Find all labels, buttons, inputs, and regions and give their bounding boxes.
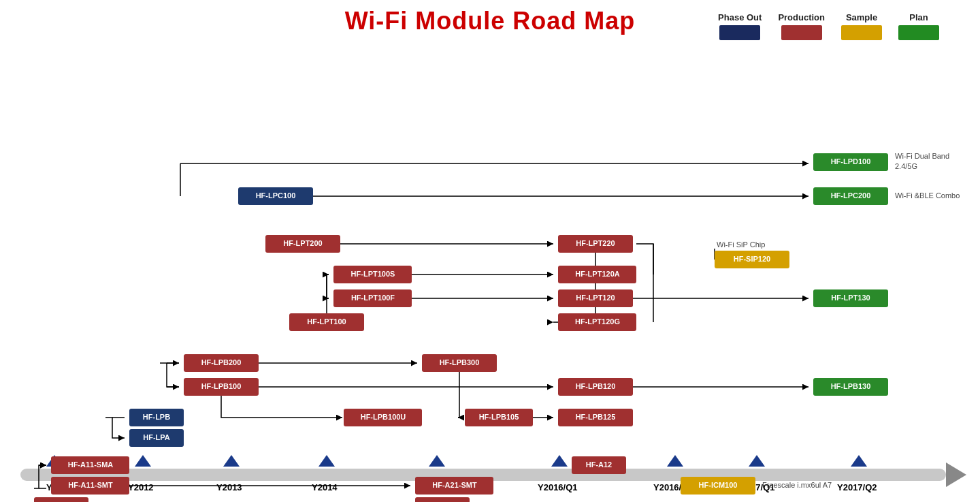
svg-text:HF-LPT220: HF-LPT220 xyxy=(576,239,615,247)
svg-text:HF-LPT100S: HF-LPT100S xyxy=(351,270,395,278)
svg-marker-1 xyxy=(946,462,966,487)
svg-text:HF-LPB: HF-LPB xyxy=(143,413,170,421)
legend: Phase Out Production Sample Plan xyxy=(718,12,939,40)
svg-text:HF-A12: HF-A12 xyxy=(586,460,612,469)
svg-text:HF-LPT120: HF-LPT120 xyxy=(576,294,615,302)
svg-text:HF-A11-SMT: HF-A11-SMT xyxy=(68,481,113,489)
anno-wifi-dual-band: Wi-Fi Dual Band xyxy=(895,152,949,160)
svg-marker-15 xyxy=(749,455,765,467)
legend-production: Production xyxy=(778,12,825,40)
svg-text:Y2012: Y2012 xyxy=(128,482,154,492)
legend-plan: Plan xyxy=(898,12,939,40)
svg-marker-11 xyxy=(551,455,568,467)
svg-marker-7 xyxy=(318,455,335,467)
svg-text:HF-LPB100: HF-LPB100 xyxy=(201,382,242,390)
svg-marker-5 xyxy=(223,455,240,467)
svg-text:Y2013: Y2013 xyxy=(216,482,242,492)
anno-wifi-25g: 2.4/5G xyxy=(895,162,917,170)
page-container: Wi-Fi Module Road Map Phase Out Producti… xyxy=(0,0,980,502)
svg-text:HF-LPA: HF-LPA xyxy=(143,433,170,441)
svg-marker-9 xyxy=(429,455,445,467)
svg-text:Y2014: Y2014 xyxy=(312,482,338,492)
svg-text:HF-LPB300: HF-LPB300 xyxy=(440,358,480,366)
svg-text:HF-LPB105: HF-LPB105 xyxy=(479,413,519,421)
anno-wifi-ble: Wi-Fi &BLE Combo xyxy=(895,191,960,200)
svg-marker-17 xyxy=(851,455,867,467)
legend-phase-out: Phase Out xyxy=(718,12,762,40)
svg-text:HF-LPB200: HF-LPB200 xyxy=(201,358,242,366)
svg-text:HF-LPB130: HF-LPB130 xyxy=(831,382,871,390)
svg-marker-13 xyxy=(667,455,683,467)
svg-text:Y2016/Q1: Y2016/Q1 xyxy=(538,482,578,492)
anno-wifi-sip: Wi-Fi SiP Chip xyxy=(717,240,765,249)
anno-freescale: Freescale i.mx6ul A7 xyxy=(762,481,832,489)
svg-text:HF-LPB100U: HF-LPB100U xyxy=(361,413,406,421)
svg-text:HF-LPT120G: HF-LPT120G xyxy=(575,317,620,326)
svg-text:HF-A21-SMT: HF-A21-SMT xyxy=(432,481,477,489)
svg-text:HF-LPB125: HF-LPB125 xyxy=(576,413,616,421)
roadmap-svg: Y2011 Y2012 Y2013 Y2014 Y2015 Y2016/Q1 Y… xyxy=(0,68,980,502)
svg-text:HF-LPC100: HF-LPC100 xyxy=(256,191,296,200)
svg-text:HF-LPT130: HF-LPT130 xyxy=(831,294,870,302)
svg-text:HF-LPB120: HF-LPB120 xyxy=(576,382,616,390)
svg-text:Y2017/Q2: Y2017/Q2 xyxy=(837,482,877,492)
svg-text:HF-A11-SMA: HF-A11-SMA xyxy=(68,460,114,469)
svg-text:HF-SIP120: HF-SIP120 xyxy=(734,255,770,263)
svg-text:HF-LPD100: HF-LPD100 xyxy=(831,157,871,166)
svg-text:HF-LPT120A: HF-LPT120A xyxy=(575,270,619,278)
legend-sample: Sample xyxy=(841,12,882,40)
svg-text:HF-LPT100: HF-LPT100 xyxy=(307,317,346,326)
svg-text:HF-LPT200: HF-LPT200 xyxy=(283,239,322,247)
svg-marker-3 xyxy=(135,455,151,467)
svg-text:HF-LPC200: HF-LPC200 xyxy=(831,191,871,200)
svg-text:HF-ICM100: HF-ICM100 xyxy=(699,481,738,489)
svg-text:HF-LPT100F: HF-LPT100F xyxy=(351,294,395,302)
